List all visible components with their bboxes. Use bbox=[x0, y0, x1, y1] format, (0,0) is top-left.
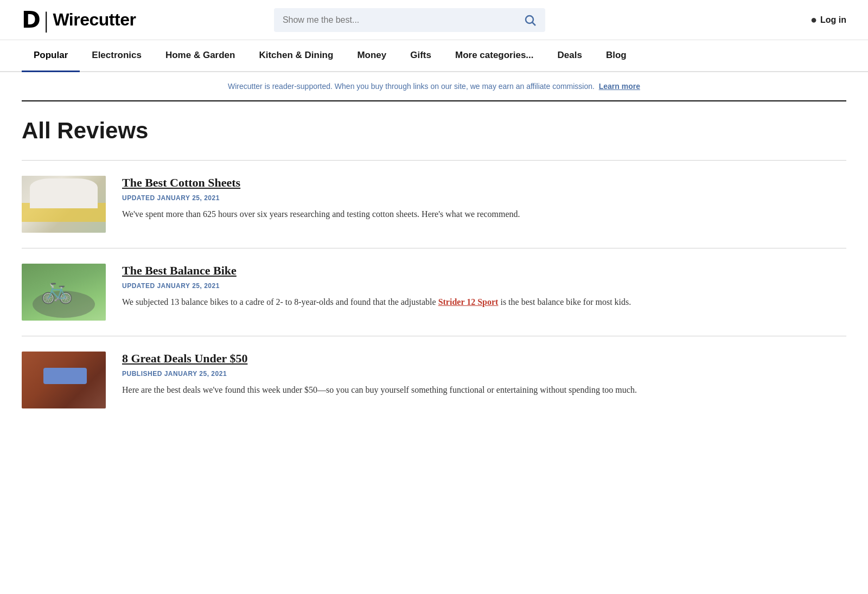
user-icon: ● bbox=[810, 14, 817, 26]
review-thumbnail bbox=[22, 264, 106, 321]
page-title: All Reviews bbox=[22, 118, 846, 144]
affiliate-text: Wirecutter is reader-supported. When you… bbox=[228, 82, 595, 91]
review-date: UPDATED JANUARY 25, 2021 bbox=[122, 282, 846, 290]
review-title-link[interactable]: The Best Balance Bike bbox=[122, 264, 846, 278]
nav-item-more-categories[interactable]: More categories... bbox=[443, 40, 546, 72]
review-item: 8 Great Deals Under $50 PUBLISHED JANUAR… bbox=[22, 336, 846, 424]
auth-area[interactable]: ● Log in bbox=[810, 14, 846, 26]
nav-item-money[interactable]: Money bbox=[345, 40, 398, 72]
review-list: The Best Cotton Sheets UPDATED JANUARY 2… bbox=[22, 160, 846, 424]
svg-line-1 bbox=[532, 22, 535, 25]
main-content: All Reviews The Best Cotton Sheets UPDAT… bbox=[0, 101, 868, 440]
main-nav: Popular Electronics Home & Garden Kitche… bbox=[0, 40, 868, 72]
site-header: 𝗗 | Wirecutter ● Log in bbox=[0, 0, 868, 40]
nav-item-blog[interactable]: Blog bbox=[594, 40, 639, 72]
thumbnail-image-cotton bbox=[22, 176, 106, 233]
review-desc-after-link: is the best balance bike for most kids. bbox=[498, 297, 631, 306]
review-item: The Best Cotton Sheets UPDATED JANUARY 2… bbox=[22, 160, 846, 248]
login-button[interactable]: Log in bbox=[820, 15, 846, 25]
review-body: The Best Balance Bike UPDATED JANUARY 25… bbox=[122, 264, 846, 309]
thumbnail-image-bike bbox=[22, 264, 106, 321]
search-icon bbox=[524, 14, 537, 27]
nav-item-popular[interactable]: Popular bbox=[22, 40, 80, 72]
thumbnail-image-deals bbox=[22, 352, 106, 408]
svg-point-0 bbox=[526, 16, 533, 23]
affiliate-notice: Wirecutter is reader-supported. When you… bbox=[0, 72, 868, 100]
review-description: Here are the best deals we've found this… bbox=[122, 383, 846, 397]
search-input[interactable] bbox=[283, 15, 518, 25]
review-title-link[interactable]: The Best Cotton Sheets bbox=[122, 176, 846, 190]
nyt-logo: 𝗗 bbox=[22, 7, 40, 33]
review-description: We subjected 13 balance bikes to a cadre… bbox=[122, 295, 846, 309]
search-button[interactable] bbox=[524, 14, 537, 27]
review-item: The Best Balance Bike UPDATED JANUARY 25… bbox=[22, 248, 846, 336]
nav-item-electronics[interactable]: Electronics bbox=[80, 40, 154, 72]
review-title-link[interactable]: 8 Great Deals Under $50 bbox=[122, 352, 846, 366]
nav-item-kitchen-dining[interactable]: Kitchen & Dining bbox=[247, 40, 345, 72]
search-bar[interactable] bbox=[274, 8, 545, 32]
review-thumbnail bbox=[22, 176, 106, 233]
review-description: We've spent more than 625 hours over six… bbox=[122, 207, 846, 221]
logo-divider: | bbox=[44, 7, 48, 33]
review-body: 8 Great Deals Under $50 PUBLISHED JANUAR… bbox=[122, 352, 846, 397]
strider-link[interactable]: Strider 12 Sport bbox=[438, 297, 499, 306]
review-date: PUBLISHED JANUARY 25, 2021 bbox=[122, 370, 846, 378]
review-date: UPDATED JANUARY 25, 2021 bbox=[122, 194, 846, 202]
wirecutter-logo: Wirecutter bbox=[53, 10, 136, 30]
nav-item-deals[interactable]: Deals bbox=[546, 40, 594, 72]
logo-area: 𝗗 | Wirecutter bbox=[22, 7, 136, 33]
learn-more-link[interactable]: Learn more bbox=[599, 82, 640, 91]
review-body: The Best Cotton Sheets UPDATED JANUARY 2… bbox=[122, 176, 846, 221]
nav-item-gifts[interactable]: Gifts bbox=[398, 40, 443, 72]
review-desc-before-link: We subjected 13 balance bikes to a cadre… bbox=[122, 297, 438, 306]
nav-item-home-garden[interactable]: Home & Garden bbox=[154, 40, 247, 72]
review-thumbnail bbox=[22, 352, 106, 408]
